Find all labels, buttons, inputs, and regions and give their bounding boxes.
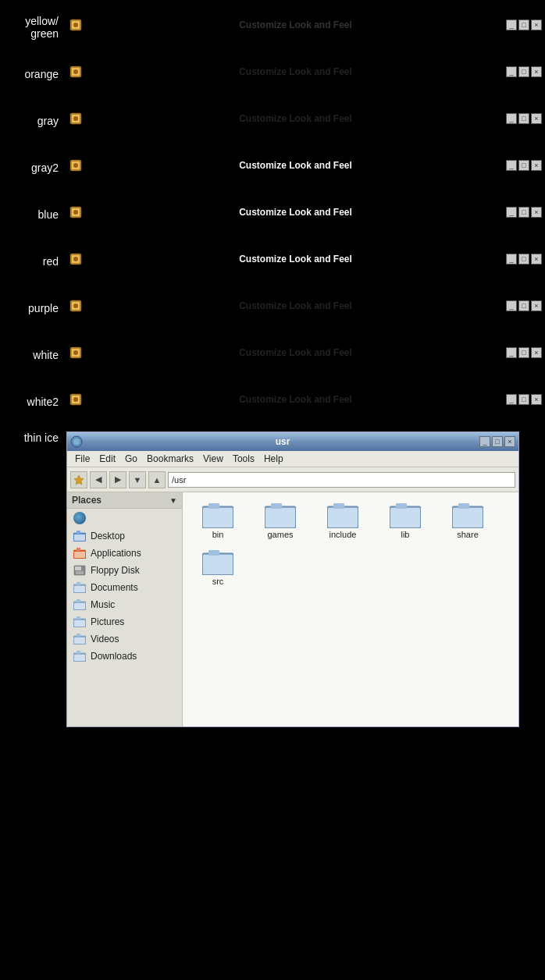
sidebar-item-desktop[interactable]: Desktop [67,527,182,545]
sidebar-item-applications[interactable]: Applications [67,545,182,562]
close-btn-gray[interactable]: × [531,113,542,124]
minimize-btn-gray[interactable]: _ [506,113,517,124]
window-buttons-white2: _□× [506,394,542,405]
sidebar-item-pictures[interactable]: Pictures [67,613,182,630]
close-btn-yellow-green[interactable]: × [531,20,542,30]
minimize-btn-white[interactable]: _ [506,347,517,358]
app-icon-yellow-green [69,19,82,31]
svg-point-26 [73,397,78,402]
fm-menubar: File Edit Go Bookmarks View Tools Help [67,451,518,467]
minimize-btn-yellow-green[interactable]: _ [506,20,517,30]
close-btn-purple[interactable]: × [531,300,542,311]
maximize-btn-gray[interactable]: □ [518,113,529,124]
sidebar-item-home[interactable] [67,509,182,527]
window-body-blue [66,222,545,227]
titlebar-purple: Customize Look and Feel_□× [66,296,545,316]
svg-marker-29 [74,475,84,485]
maximize-btn-yellow-green[interactable]: □ [518,20,529,30]
games-label: games [267,530,293,539]
sidebar-item-videos[interactable]: Videos [67,630,182,648]
location-bar[interactable]: /usr [168,472,515,488]
close-btn-red[interactable]: × [531,254,542,265]
fm-maximize-btn[interactable]: □ [492,436,503,447]
theme-row-white2: white2 Customize Look and Feel_□× [0,378,545,425]
sidebar-item-documents[interactable]: Documents [67,579,182,596]
menu-go[interactable]: Go [122,453,141,465]
close-btn-blue[interactable]: × [531,207,542,218]
videos-folder-icon [73,634,86,644]
minimize-btn-gray2[interactable]: _ [506,160,517,171]
menu-tools[interactable]: Tools [230,453,258,465]
forward-btn[interactable]: ▶ [109,471,126,488]
window-bar-purple: Customize Look and Feel_□× [66,296,545,321]
svg-point-5 [73,69,78,74]
file-item-include[interactable]: include [315,500,370,539]
titlebar-gray: Customize Look and Feel_□× [66,108,545,129]
file-item-bin[interactable]: bin [191,500,245,539]
minimize-btn-purple[interactable]: _ [506,300,517,311]
games-folder-icon [265,500,296,528]
minimize-btn-white2[interactable]: _ [506,394,517,405]
minimize-btn-orange[interactable]: _ [506,66,517,77]
sidebar-item-downloads[interactable]: Downloads [67,648,182,665]
bin-folder-icon [202,500,233,528]
maximize-btn-blue[interactable]: □ [518,207,529,218]
window-buttons-red: _□× [506,254,542,265]
window-bar-blue: Customize Look and Feel_□× [66,202,545,227]
maximize-btn-red[interactable]: □ [518,254,529,265]
sidebar-documents-label: Documents [91,582,138,593]
theme-row-orange: orange Customize Look and Feel_□× [0,51,545,98]
sidebar-item-music[interactable]: Music [67,596,182,613]
menu-bookmarks[interactable]: Bookmarks [144,453,197,465]
theme-row-red: red Customize Look and Feel_□× [0,238,545,285]
share-folder-icon [452,500,483,528]
sidebar-applications-label: Applications [91,548,141,559]
svg-rect-52 [74,655,85,661]
menu-file[interactable]: File [72,453,93,465]
maximize-btn-purple[interactable]: □ [518,300,529,311]
minimize-btn-red[interactable]: _ [506,254,517,265]
window-title-yellow-green: Customize Look and Feel [85,20,506,30]
theme-row-gray: gray Customize Look and Feel_□× [0,98,545,144]
bookmark-btn[interactable] [70,471,87,488]
places-dropdown-icon[interactable]: ▼ [169,496,177,505]
file-item-games[interactable]: games [253,500,308,539]
window-buttons-gray2: _□× [506,160,542,171]
home-icon [73,512,86,524]
close-btn-white2[interactable]: × [531,394,542,405]
window-bar-gray2: Customize Look and Feel_□× [66,155,545,180]
minimize-btn-blue[interactable]: _ [506,207,517,218]
sidebar-pictures-label: Pictures [91,616,124,627]
maximize-btn-white2[interactable]: □ [518,394,529,405]
close-btn-white[interactable]: × [531,347,542,358]
up-btn[interactable]: ▲ [148,471,166,488]
fm-files-area: bin games [183,492,518,726]
fm-minimize-btn[interactable]: _ [479,436,490,447]
window-body-gray [66,129,545,133]
menu-help[interactable]: Help [261,453,287,465]
window-title-orange: Customize Look and Feel [85,66,506,77]
file-item-share[interactable]: share [440,500,495,539]
file-item-src[interactable]: src [191,547,245,586]
back-btn[interactable]: ◀ [90,471,107,488]
close-btn-orange[interactable]: × [531,66,542,77]
sidebar-item-floppy[interactable]: Floppy Disk [67,562,182,579]
maximize-btn-gray2[interactable]: □ [518,160,529,171]
svg-rect-65 [396,503,407,509]
theme-label-purple: purple [0,302,66,314]
svg-rect-61 [328,508,358,527]
menu-edit[interactable]: Edit [96,453,119,465]
fm-close-btn[interactable]: × [504,436,515,447]
titlebar-red: Customize Look and Feel_□× [66,249,545,269]
file-item-lib[interactable]: lib [378,500,433,539]
close-btn-gray2[interactable]: × [531,160,542,171]
forward-dropdown-btn[interactable]: ▼ [129,471,146,488]
svg-point-8 [73,116,78,121]
svg-rect-35 [77,548,80,551]
fm-titlebar-buttons: _ □ × [479,436,515,447]
places-header: Places ▼ [67,492,182,509]
maximize-btn-white[interactable]: □ [518,347,529,358]
maximize-btn-orange[interactable]: □ [518,66,529,77]
menu-view[interactable]: View [200,453,226,465]
theme-row-blue: blue Customize Look and Feel_□× [0,191,545,238]
